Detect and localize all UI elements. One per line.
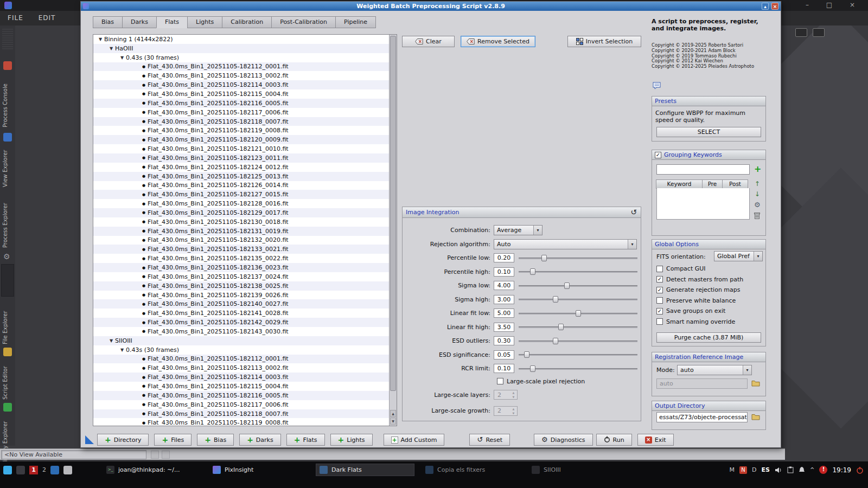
param-slider[interactable]	[519, 351, 637, 358]
param-value-input[interactable]: 0.20	[494, 253, 514, 262]
tree-file[interactable]: ●Flat_430.0ms_Bin1_20251105-182142_0029.…	[93, 318, 389, 327]
tree-scrollbar[interactable]: ▲ ▼	[389, 35, 397, 426]
keyword-column-pre[interactable]: Pre	[702, 179, 723, 189]
tree-node-binning[interactable]: ▼Binning 1 (4144x2822)	[93, 35, 389, 44]
param-value-input[interactable]: 4.00	[494, 281, 514, 290]
monitor-icon[interactable]	[813, 28, 825, 37]
bell-icon[interactable]	[799, 466, 805, 473]
sidebar-item-script-editor[interactable]: Script Editor	[2, 358, 13, 400]
files-button[interactable]: +Files	[154, 434, 192, 446]
tree-node-exposure[interactable]: ▼0.43s (30 frames)	[93, 345, 389, 355]
tree-file[interactable]: ●Flat_430.0ms_Bin1_20251105-182131_0019.…	[93, 227, 389, 236]
param-slider[interactable]	[519, 296, 637, 303]
checkbox-icon[interactable]	[656, 297, 663, 304]
param-value-input[interactable]: 0.05	[494, 350, 514, 359]
checkbox-icon[interactable]	[656, 318, 663, 325]
tab-flats[interactable]: Flats	[156, 16, 188, 28]
tree-file[interactable]: ●Flat_430.0ms_Bin1_20251105-182121_0010.…	[93, 144, 389, 153]
task-pixinsight[interactable]: PixInsight	[209, 464, 308, 476]
tree-file[interactable]: ●Flat_430.0ms_Bin1_20251105-182117_0006.…	[93, 400, 389, 409]
tree-expand-icon[interactable]: ▼	[118, 348, 126, 352]
scroll-up-icon[interactable]: ▲	[390, 410, 396, 417]
slider-handle[interactable]	[530, 268, 535, 275]
rejection-algorithm-select[interactable]: Auto▾	[494, 239, 637, 249]
param-value-input[interactable]: 0.10	[494, 267, 514, 277]
tree-file[interactable]: ●Flat_430.0ms_Bin1_20251105-182127_0015.…	[93, 190, 389, 199]
checkbox-icon[interactable]	[656, 266, 663, 272]
menu-file[interactable]: FILE	[0, 11, 31, 22]
grouping-keywords-checkbox[interactable]: ✓	[655, 152, 661, 158]
add-custom-button[interactable]: +Add Custom	[384, 434, 445, 446]
tree-expand-icon[interactable]: ▼	[107, 46, 115, 51]
trash-icon[interactable]	[754, 212, 760, 219]
option-save-groups-on-exit[interactable]: ✓Save groups on exit	[652, 306, 765, 317]
param-value-input[interactable]: 3.00	[494, 295, 514, 304]
move-down-icon[interactable]: ↓	[755, 191, 760, 197]
tree-file[interactable]: ●Flat_430.0ms_Bin1_20251105-182139_0026.…	[93, 291, 389, 300]
flats-button[interactable]: +Flats	[286, 434, 325, 446]
directory-button[interactable]: +Directory	[97, 434, 149, 446]
tree-file[interactable]: ●Flat_430.0ms_Bin1_20251105-182133_0021.…	[93, 245, 389, 254]
mode-select[interactable]: auto ▾	[677, 365, 752, 375]
tray-expand-icon[interactable]: ^	[810, 467, 814, 473]
tree-file[interactable]: ●Flat_430.0ms_Bin1_20251105-182125_0013.…	[93, 172, 389, 181]
tab-calibration[interactable]: Calibration	[222, 16, 272, 28]
tree-file[interactable]: ●Flat_430.0ms_Bin1_20251105-182118_0007.…	[93, 409, 389, 419]
remove-selected-button[interactable]: Remove Selected	[461, 36, 535, 47]
tray-icon-m[interactable]: M	[730, 466, 735, 473]
reset-button[interactable]: ↺Reset	[469, 434, 510, 446]
tree-file[interactable]: ●Flat_430.0ms_Bin1_20251105-182112_0001.…	[93, 62, 389, 72]
slider-handle[interactable]	[541, 255, 547, 261]
tree-file[interactable]: ●Flat_430.0ms_Bin1_20251105-182118_0007.…	[93, 117, 389, 126]
slider-handle[interactable]	[524, 351, 529, 358]
tree-expand-icon[interactable]: ▼	[118, 55, 126, 60]
tree-file[interactable]: ●Flat_430.0ms_Bin1_20251105-182119_0008.…	[93, 126, 389, 135]
reset-defaults-icon[interactable]: ↺	[630, 207, 637, 217]
tree-file[interactable]: ●Flat_430.0ms_Bin1_20251105-182117_0006.…	[93, 108, 389, 117]
keyword-list[interactable]	[656, 188, 750, 220]
task-siioiii[interactable]: SIIOIII	[528, 464, 627, 476]
param-slider[interactable]	[519, 337, 637, 345]
bias-button[interactable]: +Bias	[197, 434, 234, 446]
param-slider[interactable]	[519, 282, 637, 290]
scroll-down-icon[interactable]: ▼	[390, 418, 396, 425]
tab-lights[interactable]: Lights	[187, 16, 222, 28]
taskbar-icon[interactable]	[16, 466, 25, 474]
clear-button[interactable]: Clear	[402, 36, 455, 47]
tree-file[interactable]: ●Flat_430.0ms_Bin1_20251105-182132_0020.…	[93, 236, 389, 245]
close-icon[interactable]: ×	[771, 3, 778, 10]
option-compact-gui[interactable]: Compact GUI	[652, 264, 765, 274]
slider-handle[interactable]	[558, 324, 564, 330]
fits-orientation-select[interactable]: Global Pref ▾	[714, 251, 763, 261]
param-slider[interactable]	[519, 323, 637, 331]
tree-file[interactable]: ●Flat_430.0ms_Bin1_20251105-182124_0012.…	[93, 163, 389, 172]
tab-post-calibration[interactable]: Post-Calibration	[271, 16, 336, 28]
sidebar-active-slot[interactable]	[1, 264, 14, 297]
process-console-icon[interactable]	[3, 61, 12, 70]
tree-file[interactable]: ●Flat_430.0ms_Bin1_20251105-182116_0005.…	[93, 99, 389, 108]
output-directory-input[interactable]: essats/Z73/objecte-processat2	[656, 412, 748, 422]
option-preserve-white-balance[interactable]: Preserve white balance	[652, 296, 765, 306]
exit-button[interactable]: ×Exit	[637, 434, 674, 446]
tree-file[interactable]: ●Flat_430.0ms_Bin1_20251105-182123_0011.…	[93, 153, 389, 163]
tree-file[interactable]: ●Flat_430.0ms_Bin1_20251105-182143_0030.…	[93, 327, 389, 336]
slider-handle[interactable]	[576, 310, 581, 317]
folder-icon[interactable]	[751, 413, 760, 420]
new-instance-icon[interactable]	[85, 435, 94, 444]
option-detect-masters-from-path[interactable]: ✓Detect masters from path	[652, 274, 765, 285]
param-slider[interactable]	[519, 254, 637, 262]
param-slider[interactable]	[519, 310, 637, 317]
param-value-input[interactable]: 0.30	[494, 336, 514, 345]
darks-button[interactable]: +Darks	[239, 434, 281, 446]
combination-select[interactable]: Average▾	[494, 225, 542, 235]
tab-darks[interactable]: Darks	[122, 16, 157, 28]
window-controls[interactable]: – □ ×	[806, 1, 863, 9]
tree-expand-icon[interactable]: ▼	[97, 37, 104, 42]
sidebar-item-process-console[interactable]: Process Console	[2, 75, 13, 127]
param-value-input[interactable]: 0.10	[494, 364, 514, 373]
sidebar-item-file-explorer[interactable]: File Explorer	[2, 301, 13, 344]
task-dark-flats[interactable]: Dark Flats	[316, 464, 414, 476]
volume-icon[interactable]	[775, 467, 782, 473]
presets-select-button[interactable]: SELECT	[656, 127, 761, 137]
gear-icon[interactable]: ⚙	[3, 252, 12, 261]
